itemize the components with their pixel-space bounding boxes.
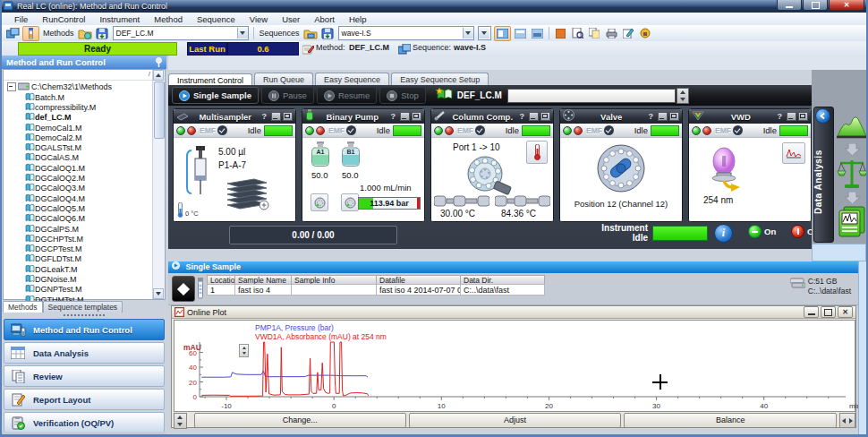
window-layout-icon[interactable] bbox=[5, 27, 21, 40]
report-icon[interactable] bbox=[836, 206, 868, 238]
snapshot-icon[interactable] bbox=[553, 27, 568, 40]
spectrum-button[interactable] bbox=[782, 142, 805, 164]
stop-button[interactable]: Stop bbox=[379, 87, 426, 104]
tree-item[interactable]: DGCalOQ1.M bbox=[5, 163, 152, 173]
solvent-bottle-a-icon[interactable]: A1 bbox=[311, 141, 330, 170]
panel-help-button[interactable]: ? bbox=[391, 112, 396, 121]
panel-minimize-button[interactable] bbox=[271, 112, 281, 121]
panel-maximize-button[interactable] bbox=[798, 112, 808, 121]
column-left-icon[interactable] bbox=[434, 195, 489, 209]
tree-item[interactable]: DGFLDTst.M bbox=[5, 254, 152, 264]
wavelength[interactable]: 254 nm bbox=[703, 195, 733, 205]
collapse-chevron-icon[interactable] bbox=[815, 108, 830, 124]
channel-a-percent[interactable]: 50.0 bbox=[311, 170, 328, 180]
plot-horizontal-spinner[interactable] bbox=[839, 413, 855, 428]
splitter-grip[interactable] bbox=[3, 313, 166, 318]
tab-sequence-templates[interactable]: Sequence templates bbox=[43, 301, 123, 313]
pressure-gauge[interactable]: 113.94 bar bbox=[358, 197, 421, 210]
data-analysis-label[interactable]: Data Analysis bbox=[813, 125, 832, 238]
column-temp-left[interactable]: 30.00 °C bbox=[440, 209, 475, 218]
solvent-bottle-b-icon[interactable]: B1 bbox=[341, 141, 361, 170]
tree-item[interactable]: DGLeakT.M bbox=[5, 264, 152, 274]
dropdown-arrow-icon[interactable] bbox=[463, 28, 473, 39]
scroll-thumb[interactable] bbox=[154, 81, 165, 139]
print-icon[interactable] bbox=[604, 27, 619, 40]
change-button[interactable]: Change... bbox=[194, 413, 406, 428]
save-method-icon[interactable] bbox=[95, 27, 110, 40]
panel-maximize-button[interactable] bbox=[540, 112, 550, 121]
panel-help-button[interactable]: ? bbox=[520, 112, 525, 121]
nav-verification[interactable]: Verification (OQ/PV) bbox=[4, 412, 165, 433]
panel-maximize-button[interactable] bbox=[669, 112, 679, 121]
tree-item[interactable]: compressibility.M bbox=[5, 102, 152, 112]
menu-runcontrol[interactable]: RunControl bbox=[35, 13, 92, 25]
menu-user[interactable]: User bbox=[275, 13, 307, 25]
device-on-led[interactable] bbox=[434, 126, 443, 135]
valve-dial-icon[interactable] bbox=[596, 143, 646, 195]
tree-item[interactable]: DGCHPTst.M bbox=[5, 234, 152, 244]
single-sample-button[interactable]: Single Sample bbox=[172, 87, 259, 104]
channel-b-percent[interactable]: 50.0 bbox=[342, 170, 359, 180]
scroll-up-icon[interactable] bbox=[153, 70, 164, 81]
tree-item[interactable]: DGCalOQ6.M bbox=[5, 214, 152, 224]
right-scrollbar[interactable] bbox=[858, 261, 867, 437]
view-preferences-icon[interactable] bbox=[530, 27, 545, 40]
tree-root[interactable]: C:\Chem32\1\Methods bbox=[5, 81, 152, 92]
tree-expander-icon[interactable] bbox=[7, 82, 16, 91]
extra-dropdown[interactable] bbox=[478, 26, 491, 40]
emf-label[interactable]: EMF bbox=[586, 126, 602, 135]
device-off-led[interactable] bbox=[702, 126, 711, 135]
tree-item[interactable]: Batch.M bbox=[5, 92, 152, 102]
save-sequence-icon[interactable] bbox=[320, 27, 336, 40]
temperature-icon[interactable] bbox=[177, 202, 183, 219]
balance-button[interactable]: Balance bbox=[624, 413, 837, 428]
panel-help-button[interactable]: ? bbox=[262, 112, 268, 121]
sample-mode-button[interactable] bbox=[172, 276, 195, 302]
panel-maximize-button[interactable] bbox=[283, 112, 293, 121]
panel-minimize-button[interactable] bbox=[658, 112, 668, 121]
panel-minimize-button[interactable] bbox=[529, 112, 539, 121]
tree-item[interactable]: DGCalOQ3.M bbox=[5, 184, 152, 193]
nav-data-analysis[interactable]: Data Analysis bbox=[4, 342, 165, 364]
tree-item[interactable]: DemoCal1.M bbox=[5, 123, 152, 133]
open-method-folder-icon[interactable] bbox=[78, 27, 93, 40]
pause-button[interactable]: Pause bbox=[261, 87, 314, 104]
tree-item[interactable]: DGCPTest.M bbox=[5, 244, 152, 253]
cell-sample-info[interactable] bbox=[291, 284, 377, 296]
column-right-icon[interactable] bbox=[495, 195, 550, 209]
tree-item[interactable]: DGCalOQ4.M bbox=[5, 193, 152, 203]
cell-sample-name[interactable]: fast iso 4 bbox=[234, 284, 292, 296]
nav-review[interactable]: Review bbox=[4, 365, 165, 387]
menu-method[interactable]: Method bbox=[147, 13, 190, 25]
scroll-down-icon[interactable] bbox=[153, 288, 164, 299]
tree-item[interactable]: DGNoise.M bbox=[5, 274, 152, 284]
menu-sequence[interactable]: Sequence bbox=[190, 13, 243, 25]
plot-restore-button[interactable] bbox=[821, 306, 836, 318]
tree-item[interactable]: DGCalOQ2.M bbox=[5, 173, 152, 183]
tray-stack-icon[interactable] bbox=[224, 177, 270, 213]
panel-minimize-button[interactable] bbox=[400, 112, 410, 121]
balance-scale-icon[interactable] bbox=[836, 158, 868, 192]
menu-abort[interactable]: Abort bbox=[307, 13, 342, 25]
sequence-combobox[interactable]: wave-I.S bbox=[338, 26, 474, 40]
menu-instrument[interactable]: Instrument bbox=[92, 13, 147, 25]
plot-vertical-spinner[interactable] bbox=[174, 413, 187, 429]
lamp-icon[interactable] bbox=[707, 147, 741, 193]
sample-vial-icon[interactable] bbox=[22, 26, 39, 41]
tree-item[interactable]: DGALSTst.M bbox=[5, 142, 152, 152]
device-off-led[interactable] bbox=[187, 126, 196, 135]
flow-rate[interactable]: 1.000 mL/min bbox=[360, 183, 412, 193]
copy-icon[interactable] bbox=[587, 27, 602, 40]
panel-maximize-button[interactable] bbox=[412, 112, 421, 121]
view-short-menu-icon[interactable] bbox=[513, 27, 528, 40]
pump-valve-a-icon[interactable] bbox=[311, 193, 328, 211]
menu-file[interactable]: File bbox=[7, 13, 35, 25]
device-on-led[interactable] bbox=[692, 126, 701, 135]
instrument-on-button[interactable]: On bbox=[748, 225, 779, 238]
minimize-button[interactable] bbox=[777, 0, 802, 11]
tree-sort-glyph[interactable]: / bbox=[149, 70, 150, 78]
tree-item[interactable]: DGCalOQ5.M bbox=[5, 203, 152, 213]
adjust-button[interactable]: Adjust bbox=[409, 413, 622, 428]
view-full-menu-icon[interactable] bbox=[494, 26, 511, 41]
device-off-led[interactable] bbox=[445, 126, 454, 135]
